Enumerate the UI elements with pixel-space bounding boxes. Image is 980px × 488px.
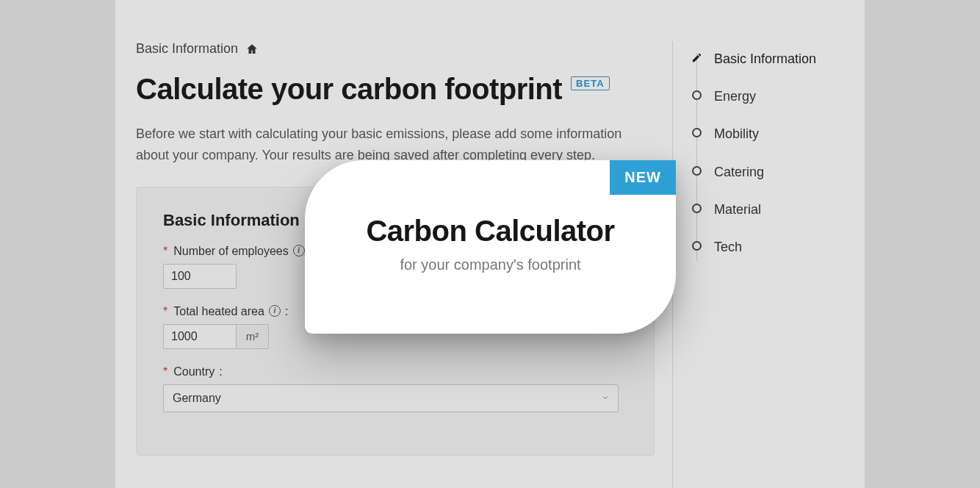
heated-area-input[interactable] <box>163 324 237 349</box>
step-marker <box>691 127 702 138</box>
label-colon: : <box>219 365 222 378</box>
label-heated-area-text: Total heated area <box>173 305 264 318</box>
intro-text: Before we start with calculating your ba… <box>136 123 635 166</box>
step-label: Material <box>714 201 761 219</box>
required-marker: * <box>163 305 167 318</box>
overlay-card: NEW Carbon Calculator for your company's… <box>305 160 676 334</box>
label-country: * Country : <box>163 365 627 378</box>
title-row: Calculate your carbon footprint BETA <box>136 73 655 106</box>
new-badge: NEW <box>610 160 676 195</box>
country-select[interactable]: Germany <box>163 384 619 412</box>
step-mobility[interactable]: Mobility <box>691 119 824 157</box>
country-select-wrap: Germany <box>163 384 619 412</box>
overlay-title: Carbon Calculator <box>366 215 614 248</box>
step-label: Mobility <box>714 125 759 143</box>
breadcrumb-label: Basic Information <box>136 41 238 57</box>
info-icon[interactable] <box>293 245 305 256</box>
step-list: Basic Information Energy Mobility Cateri… <box>691 44 824 270</box>
step-tech[interactable]: Tech <box>691 232 824 270</box>
page-root: Basic Information Calculate your carbon … <box>0 0 980 488</box>
beta-badge: BETA <box>571 76 609 90</box>
step-marker <box>691 90 702 101</box>
step-marker <box>691 240 702 251</box>
home-icon <box>245 43 259 56</box>
step-label: Tech <box>714 238 742 256</box>
label-colon: : <box>285 305 288 318</box>
step-marker <box>691 203 702 214</box>
step-material[interactable]: Material <box>691 195 824 232</box>
overlay-subtitle: for your company's footprint <box>400 256 580 273</box>
unit-suffix: m² <box>237 324 269 349</box>
label-employees-text: Number of employees <box>173 245 289 258</box>
steps-column: Basic Information Energy Mobility Cateri… <box>691 41 824 488</box>
field-country: * Country : Germany <box>163 365 627 412</box>
employees-input[interactable] <box>163 264 237 289</box>
step-label: Energy <box>714 87 756 106</box>
info-icon[interactable] <box>269 305 281 317</box>
step-label: Catering <box>714 163 764 182</box>
step-catering[interactable]: Catering <box>691 157 824 195</box>
step-energy[interactable]: Energy <box>691 82 824 119</box>
step-label: Basic Information <box>714 50 816 68</box>
label-country-text: Country <box>173 365 215 378</box>
step-marker <box>691 165 702 176</box>
page-title: Calculate your carbon footprint <box>136 73 562 106</box>
required-marker: * <box>163 245 167 258</box>
step-basic-information[interactable]: Basic Information <box>691 44 824 82</box>
step-marker-current <box>691 52 702 63</box>
required-marker: * <box>163 365 167 378</box>
breadcrumb[interactable]: Basic Information <box>136 41 655 57</box>
